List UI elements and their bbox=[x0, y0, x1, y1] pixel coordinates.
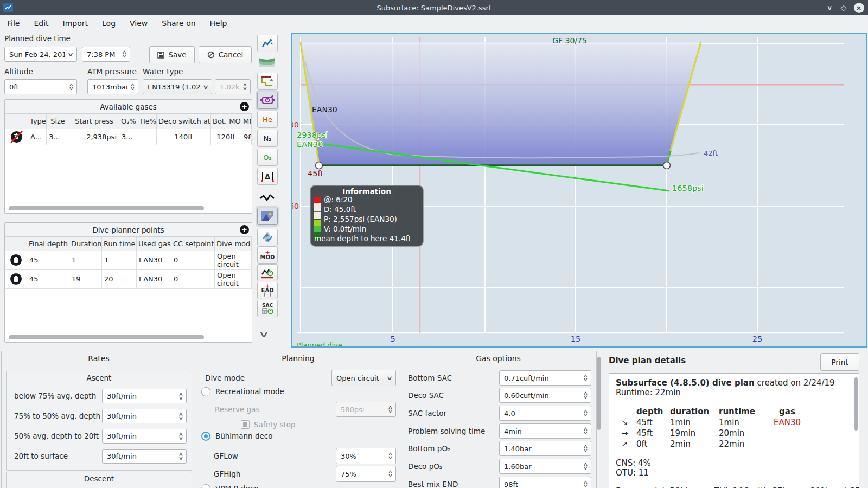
ascent-rate4-spinbox[interactable]: 30ft/min ∧∨ bbox=[102, 449, 187, 464]
spinner-arrows[interactable]: ∧∨ bbox=[580, 480, 591, 488]
point-gas-cell[interactable]: EAN30 bbox=[137, 269, 171, 288]
points-horizontal-scrollbar[interactable] bbox=[9, 335, 204, 339]
dive-profile-chart[interactable]: GF 30/75 EAN30 30 60 2938psi EAN30 45ft … bbox=[291, 33, 867, 348]
delete-point-icon[interactable] bbox=[10, 254, 22, 266]
ascent-rate3-spinbox[interactable]: 30ft/min ∧∨ bbox=[102, 429, 187, 444]
points-col-runtime[interactable]: Run time bbox=[102, 237, 137, 251]
spinner-arrows[interactable]: ∧∨ bbox=[580, 427, 591, 435]
spinner-arrows[interactable]: ∧∨ bbox=[580, 409, 591, 417]
ceiling-tool-button[interactable] bbox=[257, 54, 277, 70]
planbox-vertical-scrollbar[interactable] bbox=[854, 377, 858, 431]
gas-start-press-cell[interactable]: 2,938psi bbox=[69, 129, 119, 145]
gases-col-o2[interactable]: O₂% bbox=[119, 114, 138, 129]
point-setpoint-cell[interactable]: 0 bbox=[171, 269, 215, 288]
gases-col-mnd[interactable]: MND bbox=[241, 114, 252, 129]
points-col-depth[interactable]: Final depth bbox=[27, 237, 69, 251]
gfhigh-spinbox[interactable]: 75% ∧∨ bbox=[336, 466, 396, 482]
menu-view[interactable]: View bbox=[123, 17, 155, 30]
gases-col-he[interactable]: He% bbox=[138, 114, 157, 129]
spinner-arrows[interactable]: ∧∨ bbox=[175, 413, 186, 420]
best-mix-end-spinbox[interactable]: 98ft ∧∨ bbox=[499, 477, 591, 488]
spinner-arrows[interactable]: ∧∨ bbox=[385, 470, 395, 478]
gas-deco-switch-cell[interactable]: 140ft bbox=[157, 129, 211, 145]
toolbar-collapse-button[interactable]: ∨ bbox=[258, 329, 270, 339]
spinner-arrows[interactable]: ∧∨ bbox=[580, 445, 591, 452]
safety-stop-checkbox[interactable] bbox=[241, 420, 250, 429]
gas-mnd-cell[interactable]: 98f bbox=[241, 129, 252, 145]
dive-planner-tool-button[interactable] bbox=[257, 35, 278, 52]
spinner-arrows[interactable]: ∧∨ bbox=[175, 433, 186, 440]
point-mode-cell[interactable]: Open circuit bbox=[215, 269, 252, 288]
profile-handle-end[interactable] bbox=[663, 162, 671, 169]
heartrate-tool-button[interactable] bbox=[257, 190, 277, 206]
menu-file[interactable]: File bbox=[0, 17, 27, 30]
helium-tool-button[interactable]: He bbox=[257, 111, 278, 128]
mod-tool-button[interactable]: + MOD bbox=[257, 246, 278, 264]
close-button[interactable]: × bbox=[852, 0, 866, 15]
nitrogen-tool-button[interactable]: N₂ bbox=[257, 130, 278, 147]
point-runtime-cell[interactable]: 20 bbox=[102, 269, 137, 288]
save-button[interactable]: Save bbox=[149, 46, 195, 63]
deco-sac-spinbox[interactable]: 0.60cuft/min ∧∨ bbox=[499, 388, 591, 403]
diver-time-tool-button[interactable] bbox=[257, 264, 278, 281]
menu-import[interactable]: Import bbox=[56, 17, 95, 30]
gas-size-cell[interactable]: 3... bbox=[47, 129, 69, 145]
points-col-duration[interactable]: Duration bbox=[69, 237, 102, 251]
problem-time-spinbox[interactable]: 4min ∧∨ bbox=[499, 423, 591, 439]
buhlmann-deco-radio[interactable] bbox=[201, 432, 210, 441]
gases-col-mod[interactable]: Bot. MOD bbox=[211, 114, 241, 129]
cylinder-swap-tool-button[interactable] bbox=[257, 229, 278, 246]
points-col-gas[interactable]: Used gas bbox=[137, 237, 171, 251]
gas-type-cell[interactable]: A... bbox=[28, 129, 47, 145]
sac-tool-button[interactable]: SAC bbox=[257, 300, 278, 317]
oxygen-tool-button[interactable]: O₂ bbox=[257, 149, 278, 166]
delete-point-icon[interactable] bbox=[10, 273, 22, 285]
spinner-arrows[interactable]: ∧∨ bbox=[580, 391, 591, 399]
details-vertical-scrollbar[interactable] bbox=[597, 357, 601, 430]
dive-mode-dropdown[interactable]: Open circuit ∨ bbox=[331, 370, 396, 386]
gas-mod-cell[interactable]: 120ft bbox=[211, 129, 241, 145]
information-tooltip[interactable]: Information @: 6:20 D: 45.0ft P: 2,557ps… bbox=[310, 185, 423, 246]
maximize-button[interactable]: ◇ bbox=[837, 0, 851, 15]
gases-col-type[interactable]: Type bbox=[28, 114, 47, 129]
point-duration-cell[interactable]: 1 bbox=[69, 251, 102, 269]
gas-o2-cell[interactable]: 3... bbox=[119, 129, 138, 145]
profile-step-tool-button[interactable] bbox=[257, 73, 278, 90]
point-depth-cell[interactable]: 45 bbox=[27, 251, 69, 269]
spinner-arrows[interactable]: ∧∨ bbox=[175, 393, 186, 400]
date-picker[interactable]: Sun Feb 24, 2019 ∨ bbox=[4, 47, 77, 62]
gflow-spinbox[interactable]: 30% ∧∨ bbox=[336, 448, 396, 464]
gases-col-deco-switch[interactable]: Deco switch at bbox=[157, 114, 211, 129]
spinner-arrows[interactable]: ∧∨ bbox=[119, 50, 130, 58]
recreational-mode-radio[interactable] bbox=[201, 387, 210, 396]
point-depth-cell[interactable]: 45 bbox=[27, 269, 69, 288]
ascent-rate2-spinbox[interactable]: 30ft/min ∧∨ bbox=[102, 409, 187, 423]
altitude-spinbox[interactable]: 0ft ∧∨ bbox=[4, 79, 77, 94]
time-spinbox[interactable]: 7:38 PM ∧∨ bbox=[82, 47, 130, 62]
sac-factor-spinbox[interactable]: 4.0 ∧∨ bbox=[499, 406, 591, 421]
photos-tool-button[interactable] bbox=[257, 208, 278, 225]
vpmb-deco-radio[interactable] bbox=[201, 484, 210, 488]
spinner-arrows[interactable]: ∧∨ bbox=[66, 83, 76, 91]
add-point-button[interactable]: + bbox=[240, 225, 249, 234]
water-type-dropdown[interactable]: EN13319 (1.02k ∨ bbox=[143, 79, 212, 94]
menu-share-on[interactable]: Share on bbox=[155, 17, 202, 30]
menu-log[interactable]: Log bbox=[95, 17, 123, 30]
gases-col-size[interactable]: Size bbox=[47, 114, 69, 129]
spinner-arrows[interactable]: ∧∨ bbox=[175, 453, 186, 460]
point-duration-cell[interactable]: 19 bbox=[69, 269, 102, 288]
gases-horizontal-scrollbar[interactable] bbox=[9, 206, 204, 210]
dive-plan-details-box[interactable]: Subsurface (4.8.5.0) dive plan created o… bbox=[609, 373, 859, 488]
gases-col-start-press[interactable]: Start press bbox=[69, 114, 119, 129]
points-col-setpoint[interactable]: CC setpoint bbox=[171, 237, 215, 251]
menu-help[interactable]: Help bbox=[203, 17, 234, 30]
spinner-arrows[interactable]: ∧∨ bbox=[580, 463, 591, 470]
print-button[interactable]: Print bbox=[820, 353, 859, 371]
spinner-arrows[interactable]: ∧∨ bbox=[580, 374, 591, 382]
spinner-arrows[interactable]: ∧∨ bbox=[127, 83, 138, 91]
bottom-sac-spinbox[interactable]: 0.71cuft/min ∧∨ bbox=[499, 370, 591, 386]
ead-tool-button[interactable]: + EAD (···) bbox=[257, 282, 278, 299]
deco-po2-spinbox[interactable]: 1.60bar ∧∨ bbox=[499, 459, 591, 474]
point-mode-cell[interactable]: Open circuit bbox=[215, 251, 252, 269]
dive-computer-tool-button[interactable] bbox=[257, 92, 278, 109]
